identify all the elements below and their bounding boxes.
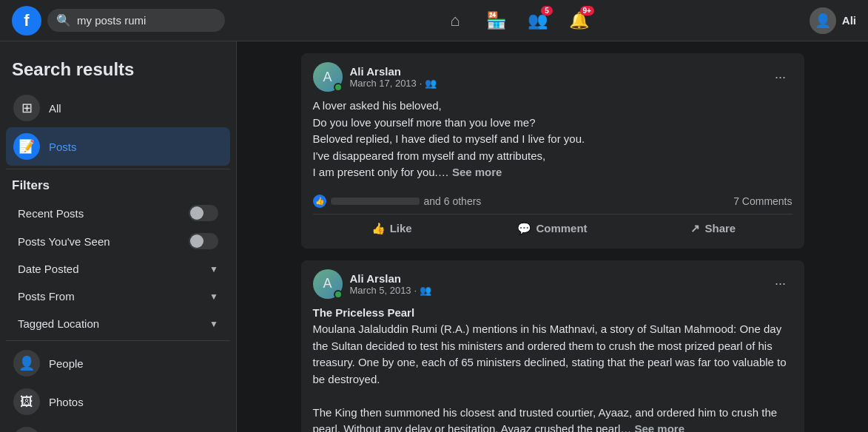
post-header-1: A Ali Arslan March 17, 2013 · 👥 ··· [313, 62, 793, 92]
see-more-2[interactable]: See more [634, 422, 684, 432]
reaction-others-1: and 6 others [424, 195, 482, 207]
posts-filter-label: Posts [49, 141, 77, 153]
search-bar[interactable]: 🔍 [47, 9, 225, 32]
filters-label: Filters [6, 172, 230, 199]
all-filter-label: All [49, 102, 61, 115]
visibility-icon-1: 👥 [425, 78, 437, 89]
all-icon: ⊞ [13, 95, 40, 121]
date-posted-label: Date Posted [18, 263, 79, 275]
online-indicator-2 [334, 290, 343, 299]
toggle-knob-2 [190, 234, 203, 248]
tagged-location-chevron: ▼ [209, 319, 218, 329]
comments-count-1: 7 Comments [733, 195, 792, 207]
photos-filter[interactable]: 🖼 Photos [6, 382, 230, 421]
comment-icon-1: 💬 [517, 222, 531, 235]
post-more-button-2[interactable]: ··· [769, 272, 793, 296]
sidebar-divider-2 [6, 340, 230, 341]
date-posted-chevron: ▼ [209, 264, 218, 274]
sidebar-divider-1 [6, 169, 230, 169]
post-author-name-1: Ali Arslan [350, 65, 437, 78]
post-body-2: The Priceless Pearl Moulana Jalaluddin R… [313, 305, 793, 433]
post-line-1-2: Do you love yourself more than you love … [313, 115, 793, 132]
photos-icon: 🖼 [13, 388, 40, 415]
friends-nav-button[interactable]: 👥 5 [520, 3, 556, 38]
friends-badge: 5 [541, 6, 553, 16]
all-filter[interactable]: ⊞ All [6, 89, 230, 127]
facebook-logo[interactable]: f [12, 6, 41, 36]
notifications-nav-button[interactable]: 🔔 9+ [562, 3, 597, 38]
nav-center: ⌂ 🏪 👥 5 🔔 9+ [231, 3, 804, 38]
posts-from-label: Posts From [18, 290, 75, 303]
post-date-1: March 17, 2013 · 👥 [350, 78, 437, 89]
post-reactions-1: 👍 and 6 others 7 Comments [313, 189, 793, 215]
post-meta-block-2: Ali Arslan March 5, 2013 · 👥 [350, 272, 432, 296]
post-line-1-5: I am present only for you.… See more [313, 164, 793, 181]
photos-filter-label: Photos [49, 396, 84, 408]
reaction-names-bar-1 [331, 198, 420, 205]
post-line-1-3: Beloved replied, I have died to myself a… [313, 131, 793, 148]
post-author-name-2: Ali Arslan [350, 272, 432, 285]
posts-filter[interactable]: 📝 Posts [6, 127, 230, 166]
posts-from-filter[interactable]: Posts From ▼ [6, 283, 230, 310]
reaction-left-1: 👍 and 6 others [313, 195, 482, 208]
post-paragraph-2-2: The King then summoned his closest and t… [313, 405, 793, 433]
tagged-location-filter[interactable]: Tagged Location ▼ [6, 310, 230, 337]
like-icon-1: 👍 [371, 222, 386, 235]
posts-seen-label: Posts You've Seen [18, 235, 110, 248]
sidebar: Search results ⊞ All 📝 Posts Filters Rec… [0, 41, 237, 432]
online-indicator-1 [334, 83, 343, 92]
marketplace-nav-button[interactable]: 🏪 [479, 3, 514, 38]
post-actions-1: 👍 Like 💬 Comment ↗ Share [313, 217, 793, 240]
see-more-1[interactable]: See more [452, 166, 502, 178]
like-button-1[interactable]: 👍 Like [313, 217, 471, 240]
post-body-1: A lover asked his beloved, Do you love y… [313, 98, 793, 181]
user-name: Ali [842, 14, 856, 27]
like-emoji-1: 👍 [313, 195, 326, 208]
main-layout: Search results ⊞ All 📝 Posts Filters Rec… [0, 41, 868, 432]
post-avatar-2[interactable]: A [313, 269, 343, 299]
post-author-info-1: A Ali Arslan March 17, 2013 · 👥 [313, 62, 437, 92]
post-card-1: A Ali Arslan March 17, 2013 · 👥 ··· [301, 53, 804, 249]
post-line-1-1: A lover asked his beloved, [313, 98, 793, 115]
post-meta-block-1: Ali Arslan March 17, 2013 · 👥 [350, 65, 437, 89]
post-date-2: March 5, 2013 · 👥 [350, 285, 432, 296]
people-filter-label: People [49, 357, 84, 370]
user-avatar[interactable]: 👤 [810, 7, 836, 34]
notifications-badge: 9+ [580, 6, 594, 16]
share-icon-1: ↗ [690, 222, 700, 235]
marketplace-icon: 🏪 [486, 11, 506, 30]
people-filter[interactable]: 👤 People [6, 344, 230, 382]
videos-icon: ▶ [13, 427, 40, 432]
home-nav-button[interactable]: ⌂ [437, 3, 473, 38]
comment-button-1[interactable]: 💬 Comment [474, 217, 631, 240]
post-card-2: A Ali Arslan March 5, 2013 · 👥 ··· [301, 260, 804, 433]
search-input[interactable] [77, 14, 216, 27]
posts-seen-toggle[interactable] [189, 233, 218, 249]
post-author-info-2: A Ali Arslan March 5, 2013 · 👥 [313, 269, 432, 299]
post-more-button-1[interactable]: ··· [769, 65, 793, 89]
post-header-2: A Ali Arslan March 5, 2013 · 👥 ··· [313, 269, 793, 299]
top-nav: f 🔍 ⌂ 🏪 👥 5 🔔 9+ 👤 Ali [0, 0, 868, 41]
post-title-2: The Priceless Pearl [313, 306, 415, 319]
recent-posts-toggle[interactable] [189, 205, 218, 221]
toggle-knob-1 [190, 206, 203, 220]
post-paragraph-2-1: Moulana Jalaluddin Rumi (R.A.) mentions … [313, 321, 793, 388]
recent-posts-label: Recent Posts [18, 207, 84, 220]
content-area: A Ali Arslan March 17, 2013 · 👥 ··· [237, 41, 868, 432]
home-icon: ⌂ [450, 11, 460, 30]
search-results-title: Search results [6, 53, 230, 89]
date-posted-filter[interactable]: Date Posted ▼ [6, 255, 230, 283]
tagged-location-label: Tagged Location [18, 317, 99, 330]
people-icon: 👤 [13, 350, 40, 377]
post-avatar-1[interactable]: A [313, 62, 343, 92]
recent-posts-filter[interactable]: Recent Posts [6, 199, 230, 227]
post-line-1-4: I've disappeared from myself and my attr… [313, 148, 793, 165]
posts-icon: 📝 [13, 133, 40, 160]
share-button-1[interactable]: ↗ Share [634, 217, 792, 240]
search-icon: 🔍 [56, 13, 71, 27]
posts-from-chevron: ▼ [209, 291, 218, 302]
posts-seen-filter[interactable]: Posts You've Seen [6, 227, 230, 255]
videos-filter[interactable]: ▶ Videos [6, 421, 230, 432]
visibility-icon-2: 👥 [420, 285, 431, 296]
nav-right: 👤 Ali [810, 7, 856, 34]
